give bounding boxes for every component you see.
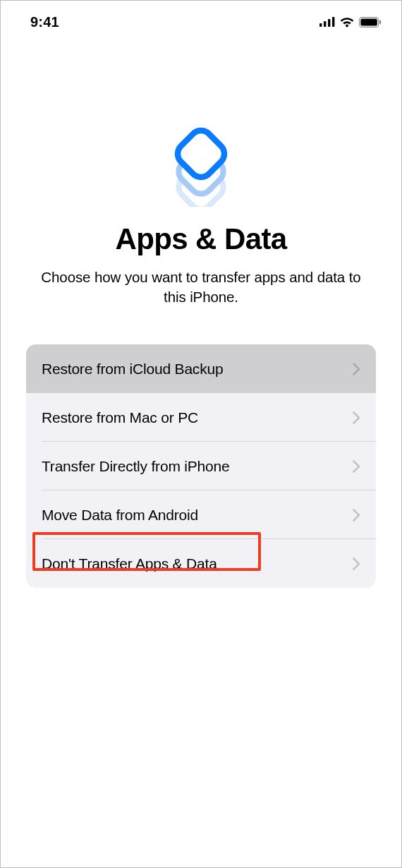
svg-rect-1 <box>324 21 326 27</box>
cellular-icon <box>319 17 335 27</box>
apps-data-stack-icon <box>166 122 236 207</box>
option-label: Restore from iCloud Backup <box>42 361 223 378</box>
svg-point-4 <box>346 25 348 28</box>
option-restore-icloud[interactable]: Restore from iCloud Backup <box>26 344 376 393</box>
svg-rect-2 <box>328 19 330 27</box>
page-title: Apps & Data <box>115 222 286 256</box>
status-time: 9:41 <box>30 14 59 30</box>
option-label: Move Data from Android <box>42 507 198 524</box>
option-label: Transfer Directly from iPhone <box>42 458 230 475</box>
status-bar: 9:41 <box>1 1 401 33</box>
option-restore-mac-pc[interactable]: Restore from Mac or PC <box>26 393 376 442</box>
option-move-from-android[interactable]: Move Data from Android <box>26 490 376 539</box>
status-icons <box>319 16 382 28</box>
svg-rect-7 <box>379 20 381 23</box>
hero: Apps & Data Choose how you want to trans… <box>1 33 401 306</box>
svg-rect-0 <box>319 23 322 27</box>
page-subtitle: Choose how you want to transfer apps and… <box>1 267 401 306</box>
chevron-right-icon <box>353 509 360 522</box>
option-dont-transfer[interactable]: Don't Transfer Apps & Data <box>26 539 376 588</box>
svg-rect-6 <box>360 18 377 25</box>
svg-rect-3 <box>332 17 334 27</box>
option-label: Restore from Mac or PC <box>42 409 198 426</box>
chevron-right-icon <box>353 557 360 570</box>
battery-icon <box>359 17 382 28</box>
chevron-right-icon <box>353 363 360 375</box>
option-transfer-iphone[interactable]: Transfer Directly from iPhone <box>26 442 376 490</box>
option-label: Don't Transfer Apps & Data <box>42 555 217 572</box>
options-list: Restore from iCloud Backup Restore from … <box>26 344 376 588</box>
chevron-right-icon <box>353 411 360 424</box>
wifi-icon <box>339 16 355 28</box>
chevron-right-icon <box>353 460 360 473</box>
